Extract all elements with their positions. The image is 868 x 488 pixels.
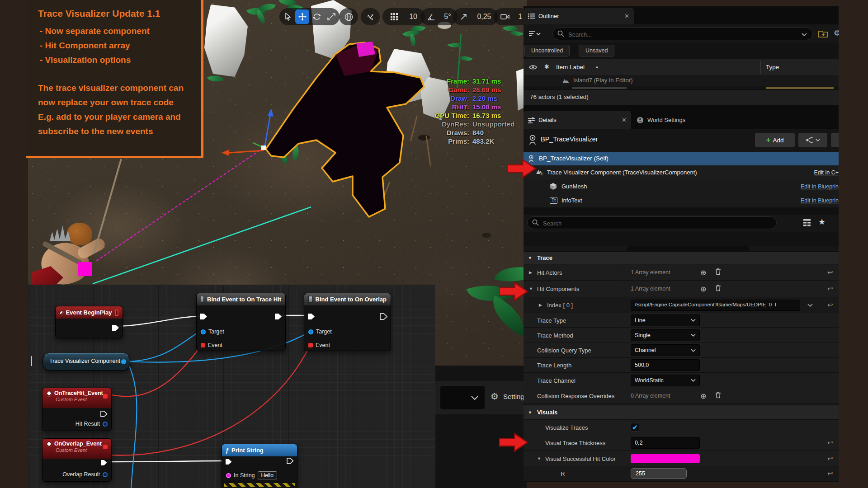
add-element-icon[interactable]: ⊕ bbox=[700, 391, 706, 400]
exec-out-pin[interactable] bbox=[100, 411, 108, 417]
property-row-trace-channel[interactable]: Trace Channel WorldStatic bbox=[524, 372, 839, 388]
property-row-hit-actors[interactable]: ▶ Hit Actors 1 Array element ⊕ ↩ bbox=[524, 264, 839, 280]
exec-out-pin[interactable] bbox=[274, 313, 282, 320]
reset-to-default-icon[interactable]: ↩ bbox=[827, 268, 833, 277]
details-search-input[interactable] bbox=[542, 218, 765, 229]
edit-in-blueprint-link[interactable]: Edit in Blueprin bbox=[801, 183, 839, 190]
color-swatch[interactable] bbox=[631, 454, 700, 463]
actor-name[interactable]: BP_TraceVisualizer bbox=[541, 136, 598, 143]
property-row-trace-type[interactable]: Trace Type Line bbox=[524, 313, 839, 327]
node-print-string[interactable]: f Print String In String Hello bbox=[222, 444, 297, 488]
collision-query-type-dropdown[interactable]: Channel bbox=[631, 344, 700, 356]
reset-to-default-icon[interactable]: ↩ bbox=[827, 455, 833, 463]
column-item-label[interactable]: Item Label bbox=[556, 64, 585, 70]
reset-to-default-icon[interactable]: ↩ bbox=[827, 439, 833, 447]
tab-world-settings[interactable]: World Settings bbox=[632, 111, 731, 129]
event-delegate-pin[interactable] bbox=[201, 343, 205, 347]
add-component-button[interactable]: + Add bbox=[755, 133, 795, 147]
details-search-box[interactable] bbox=[527, 216, 777, 229]
property-row-visualize-traces[interactable]: Visualize Traces ✔ bbox=[524, 419, 839, 435]
search-input[interactable] bbox=[567, 29, 795, 40]
new-folder-icon[interactable] bbox=[818, 30, 828, 38]
column-type-label[interactable]: Type bbox=[766, 64, 779, 70]
object-out-pin[interactable] bbox=[121, 359, 126, 364]
property-row-collision-query-type[interactable]: Collision Query Type Channel bbox=[524, 343, 839, 357]
filter-icon[interactable] bbox=[529, 30, 541, 38]
grid-snap-value[interactable]: 10 bbox=[409, 13, 417, 21]
grid-snap-control[interactable]: 10 bbox=[382, 8, 425, 25]
column-divider[interactable] bbox=[760, 61, 761, 74]
exec-out-pin[interactable] bbox=[287, 458, 294, 464]
toolbar-button-clipped[interactable] bbox=[831, 133, 839, 147]
section-header-visuals[interactable]: ▼ Visuals bbox=[524, 405, 839, 420]
transform-gizmo-options[interactable] bbox=[361, 8, 380, 25]
outliner-row-island7[interactable]: Island7 (Play In Editor) bbox=[524, 75, 839, 86]
collapsed-dropdown[interactable] bbox=[440, 386, 485, 409]
scale-snap-control[interactable]: 0,25 bbox=[453, 8, 498, 25]
visual-trace-thickness-input[interactable] bbox=[631, 437, 700, 449]
target-pin[interactable] bbox=[308, 329, 313, 334]
camera-speed-value[interactable]: 1 bbox=[518, 13, 522, 21]
exec-in-pin[interactable] bbox=[307, 313, 315, 320]
trace-method-dropdown[interactable]: Single bbox=[631, 329, 700, 341]
reset-to-default-icon[interactable]: ↩ bbox=[827, 301, 833, 309]
event-delegate-pin[interactable] bbox=[308, 343, 313, 347]
eye-icon[interactable] bbox=[529, 65, 537, 70]
rotate-tool[interactable] bbox=[310, 9, 324, 24]
visualize-traces-checkbox[interactable]: ✔ bbox=[631, 423, 639, 432]
clear-array-icon[interactable] bbox=[715, 285, 721, 293]
component-row-trace-visualizer[interactable]: C Trace Visualizer Component (TraceVisua… bbox=[524, 165, 839, 179]
property-row-index-0[interactable]: ▶ Index [ 0 ] /Script/Engine.CapsuleComp… bbox=[524, 297, 839, 313]
component-row-self[interactable]: BP_TraceVisualizer (Self) bbox=[524, 152, 839, 165]
property-row-visual-successful-hit-color[interactable]: ▼ Visual Successful Hit Color ↩ bbox=[524, 450, 839, 466]
property-row-collision-response-overrides[interactable]: Collision Response Overrides 0 Array ele… bbox=[524, 388, 839, 403]
hit-result-pin[interactable] bbox=[103, 422, 108, 427]
delegate-out-pin[interactable] bbox=[103, 394, 108, 399]
edit-in-blueprint-link[interactable]: Edit in Blueprin bbox=[801, 197, 839, 204]
camera-speed-control[interactable]: 1 bbox=[494, 8, 527, 25]
node-bind-trace-hit[interactable]: Bind Event to On Trace Hit Target Event bbox=[196, 293, 286, 351]
exec-in-pin[interactable] bbox=[200, 313, 208, 320]
node-on-overlap-event[interactable]: OnOverlap_Event Custom Event Overlap Res… bbox=[42, 438, 112, 482]
asset-reference-box[interactable]: /Script/Engine.CapsuleComponent'/Game/Ma… bbox=[631, 300, 800, 311]
add-element-icon[interactable]: ⊕ bbox=[700, 268, 706, 277]
exec-in-pin[interactable] bbox=[225, 459, 232, 465]
filter-button-unsaved[interactable]: Unsaved bbox=[579, 45, 614, 56]
select-tool[interactable] bbox=[281, 9, 295, 24]
chevron-down-icon[interactable] bbox=[807, 304, 813, 307]
blueprint-edit-dropdown-button[interactable] bbox=[798, 133, 827, 147]
tab-outliner[interactable]: Outliner ✕ bbox=[524, 8, 634, 24]
chevron-down-icon[interactable] bbox=[802, 33, 807, 36]
edit-in-cpp-link[interactable]: Edit in C+ bbox=[814, 169, 839, 176]
close-icon[interactable]: ✕ bbox=[624, 13, 629, 19]
in-string-pin[interactable] bbox=[226, 473, 231, 478]
trace-length-input[interactable] bbox=[631, 359, 700, 371]
node-component-variable[interactable]: Trace Visualizer Component bbox=[42, 353, 130, 371]
clear-array-icon[interactable] bbox=[715, 268, 721, 277]
color-r-input[interactable] bbox=[631, 468, 687, 479]
gear-icon[interactable]: ⚙ bbox=[491, 391, 499, 402]
clear-array-icon[interactable] bbox=[715, 391, 721, 400]
property-row-trace-length[interactable]: Trace Length bbox=[524, 357, 839, 372]
overlap-result-pin[interactable] bbox=[103, 472, 108, 477]
trace-channel-dropdown[interactable]: WorldStatic bbox=[631, 375, 700, 386]
exec-out-pin[interactable] bbox=[112, 324, 119, 331]
filter-button-uncontrolled[interactable]: Uncontrolled bbox=[524, 45, 570, 56]
gear-icon[interactable]: ⚙ bbox=[834, 28, 839, 38]
node-event-beginplay[interactable]: Event BeginPlay bbox=[55, 306, 123, 338]
exec-out-pin[interactable] bbox=[380, 313, 387, 320]
favorites-star-icon[interactable]: ★ bbox=[818, 217, 826, 227]
scale-tool[interactable] bbox=[324, 9, 338, 24]
close-icon[interactable]: ✕ bbox=[622, 117, 627, 123]
tab-details[interactable]: Details ✕ bbox=[524, 111, 631, 129]
property-row-trace-method[interactable]: Trace Method Single bbox=[524, 327, 839, 343]
scale-snap-value[interactable]: 0,25 bbox=[477, 13, 491, 21]
world-local-toggle[interactable] bbox=[339, 8, 358, 25]
add-element-icon[interactable]: ⊕ bbox=[700, 285, 706, 293]
move-tool[interactable] bbox=[295, 9, 309, 24]
exec-out-pin[interactable] bbox=[100, 460, 108, 466]
in-string-value[interactable]: Hello bbox=[258, 471, 277, 479]
reset-to-default-icon[interactable]: ↩ bbox=[827, 469, 833, 478]
pinned-column-icon[interactable]: ✱ bbox=[544, 63, 549, 70]
outliner-search-box[interactable] bbox=[552, 28, 813, 40]
